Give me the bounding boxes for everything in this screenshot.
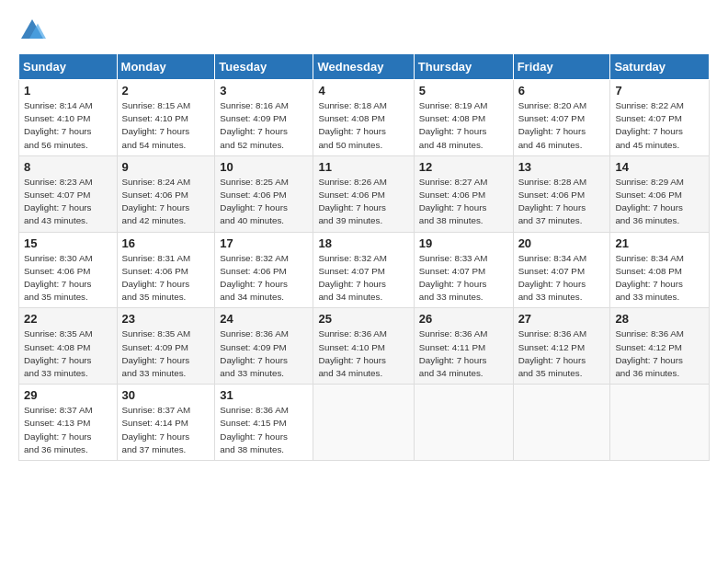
day-info: Sunrise: 8:28 AMSunset: 4:06 PMDaylight:… <box>518 176 606 228</box>
day-number: 3 <box>220 84 308 98</box>
day-cell: 16Sunrise: 8:31 AMSunset: 4:06 PMDayligh… <box>117 232 215 308</box>
day-cell: 20Sunrise: 8:34 AMSunset: 4:07 PMDayligh… <box>513 232 610 308</box>
day-info: Sunrise: 8:33 AMSunset: 4:07 PMDaylight:… <box>419 252 508 304</box>
day-cell: 15Sunrise: 8:30 AMSunset: 4:06 PMDayligh… <box>19 232 118 308</box>
day-info: Sunrise: 8:35 AMSunset: 4:08 PMDaylight:… <box>24 327 112 380</box>
week-row-4: 22Sunrise: 8:35 AMSunset: 4:08 PMDayligh… <box>19 308 710 385</box>
day-number: 29 <box>24 388 112 402</box>
day-number: 6 <box>518 84 606 98</box>
day-cell: 13Sunrise: 8:28 AMSunset: 4:06 PMDayligh… <box>513 155 610 232</box>
day-cell: 10Sunrise: 8:25 AMSunset: 4:06 PMDayligh… <box>215 155 313 232</box>
day-number: 31 <box>220 388 308 402</box>
day-cell: 9Sunrise: 8:24 AMSunset: 4:06 PMDaylight… <box>117 155 215 232</box>
week-row-3: 15Sunrise: 8:30 AMSunset: 4:06 PMDayligh… <box>19 232 710 308</box>
day-number: 26 <box>419 312 508 326</box>
day-number: 9 <box>122 160 210 174</box>
day-info: Sunrise: 8:32 AMSunset: 4:06 PMDaylight:… <box>220 252 308 304</box>
day-info: Sunrise: 8:36 AMSunset: 4:11 PMDaylight:… <box>419 327 508 380</box>
day-info: Sunrise: 8:36 AMSunset: 4:12 PMDaylight:… <box>518 327 606 380</box>
day-info: Sunrise: 8:36 AMSunset: 4:12 PMDaylight:… <box>615 327 704 380</box>
day-cell: 30Sunrise: 8:37 AMSunset: 4:14 PMDayligh… <box>117 385 215 461</box>
day-info: Sunrise: 8:14 AMSunset: 4:10 PMDaylight:… <box>24 99 112 152</box>
day-info: Sunrise: 8:19 AMSunset: 4:08 PMDaylight:… <box>419 99 508 152</box>
day-number: 20 <box>518 236 606 250</box>
day-cell: 17Sunrise: 8:32 AMSunset: 4:06 PMDayligh… <box>215 232 313 308</box>
day-number: 21 <box>615 236 704 250</box>
day-cell: 28Sunrise: 8:36 AMSunset: 4:12 PMDayligh… <box>610 308 710 385</box>
day-cell: 11Sunrise: 8:26 AMSunset: 4:06 PMDayligh… <box>313 155 414 232</box>
logo <box>18 17 50 44</box>
day-cell: 18Sunrise: 8:32 AMSunset: 4:07 PMDayligh… <box>313 232 414 308</box>
day-cell: 5Sunrise: 8:19 AMSunset: 4:08 PMDaylight… <box>414 80 513 156</box>
day-cell: 26Sunrise: 8:36 AMSunset: 4:11 PMDayligh… <box>414 308 513 385</box>
day-number: 12 <box>419 160 508 174</box>
week-row-5: 29Sunrise: 8:37 AMSunset: 4:13 PMDayligh… <box>19 385 710 461</box>
header <box>18 17 710 44</box>
day-number: 22 <box>24 312 112 326</box>
day-cell: 2Sunrise: 8:15 AMSunset: 4:10 PMDaylight… <box>117 80 215 156</box>
col-wednesday: Wednesday <box>313 54 414 80</box>
day-info: Sunrise: 8:37 AMSunset: 4:14 PMDaylight:… <box>122 404 210 456</box>
calendar-page: Sunday Monday Tuesday Wednesday Thursday… <box>0 0 728 563</box>
day-cell: 12Sunrise: 8:27 AMSunset: 4:06 PMDayligh… <box>414 155 513 232</box>
day-cell <box>610 385 710 461</box>
day-info: Sunrise: 8:27 AMSunset: 4:06 PMDaylight:… <box>419 176 508 228</box>
day-cell: 19Sunrise: 8:33 AMSunset: 4:07 PMDayligh… <box>414 232 513 308</box>
day-cell: 29Sunrise: 8:37 AMSunset: 4:13 PMDayligh… <box>19 385 118 461</box>
day-info: Sunrise: 8:32 AMSunset: 4:07 PMDaylight:… <box>318 252 408 304</box>
day-cell: 21Sunrise: 8:34 AMSunset: 4:08 PMDayligh… <box>610 232 710 308</box>
day-cell: 25Sunrise: 8:36 AMSunset: 4:10 PMDayligh… <box>313 308 414 385</box>
day-cell: 27Sunrise: 8:36 AMSunset: 4:12 PMDayligh… <box>513 308 610 385</box>
day-info: Sunrise: 8:36 AMSunset: 4:10 PMDaylight:… <box>318 327 408 380</box>
day-info: Sunrise: 8:36 AMSunset: 4:09 PMDaylight:… <box>220 327 308 380</box>
logo-icon <box>18 17 46 44</box>
day-number: 14 <box>615 160 704 174</box>
day-number: 25 <box>318 312 408 326</box>
day-info: Sunrise: 8:34 AMSunset: 4:07 PMDaylight:… <box>518 252 606 304</box>
day-info: Sunrise: 8:25 AMSunset: 4:06 PMDaylight:… <box>220 176 308 228</box>
day-info: Sunrise: 8:16 AMSunset: 4:09 PMDaylight:… <box>220 99 308 152</box>
day-number: 15 <box>24 236 112 250</box>
day-info: Sunrise: 8:23 AMSunset: 4:07 PMDaylight:… <box>24 176 112 228</box>
day-info: Sunrise: 8:36 AMSunset: 4:15 PMDaylight:… <box>220 404 308 456</box>
day-info: Sunrise: 8:34 AMSunset: 4:08 PMDaylight:… <box>615 252 704 304</box>
day-cell: 23Sunrise: 8:35 AMSunset: 4:09 PMDayligh… <box>117 308 215 385</box>
day-number: 4 <box>318 84 408 98</box>
day-number: 1 <box>24 84 112 98</box>
day-info: Sunrise: 8:37 AMSunset: 4:13 PMDaylight:… <box>24 404 112 456</box>
day-number: 28 <box>615 312 704 326</box>
day-cell: 14Sunrise: 8:29 AMSunset: 4:06 PMDayligh… <box>610 155 710 232</box>
day-cell: 7Sunrise: 8:22 AMSunset: 4:07 PMDaylight… <box>610 80 710 156</box>
day-info: Sunrise: 8:20 AMSunset: 4:07 PMDaylight:… <box>518 99 606 152</box>
day-number: 8 <box>24 160 112 174</box>
day-cell: 24Sunrise: 8:36 AMSunset: 4:09 PMDayligh… <box>215 308 313 385</box>
col-friday: Friday <box>513 54 610 80</box>
day-info: Sunrise: 8:26 AMSunset: 4:06 PMDaylight:… <box>318 176 408 228</box>
day-number: 16 <box>122 236 210 250</box>
col-saturday: Saturday <box>610 54 710 80</box>
col-tuesday: Tuesday <box>215 54 313 80</box>
day-info: Sunrise: 8:35 AMSunset: 4:09 PMDaylight:… <box>122 327 210 380</box>
day-info: Sunrise: 8:30 AMSunset: 4:06 PMDaylight:… <box>24 252 112 304</box>
day-number: 11 <box>318 160 408 174</box>
calendar-table: Sunday Monday Tuesday Wednesday Thursday… <box>18 53 710 461</box>
day-cell: 31Sunrise: 8:36 AMSunset: 4:15 PMDayligh… <box>215 385 313 461</box>
col-sunday: Sunday <box>19 54 118 80</box>
day-number: 19 <box>419 236 508 250</box>
day-cell <box>513 385 610 461</box>
day-number: 2 <box>122 84 210 98</box>
day-info: Sunrise: 8:31 AMSunset: 4:06 PMDaylight:… <box>122 252 210 304</box>
week-row-1: 1Sunrise: 8:14 AMSunset: 4:10 PMDaylight… <box>19 80 710 156</box>
day-number: 30 <box>122 388 210 402</box>
day-number: 18 <box>318 236 408 250</box>
header-row: Sunday Monday Tuesday Wednesday Thursday… <box>19 54 710 80</box>
week-row-2: 8Sunrise: 8:23 AMSunset: 4:07 PMDaylight… <box>19 155 710 232</box>
day-info: Sunrise: 8:24 AMSunset: 4:06 PMDaylight:… <box>122 176 210 228</box>
col-monday: Monday <box>117 54 215 80</box>
col-thursday: Thursday <box>414 54 513 80</box>
day-info: Sunrise: 8:18 AMSunset: 4:08 PMDaylight:… <box>318 99 408 152</box>
day-cell: 1Sunrise: 8:14 AMSunset: 4:10 PMDaylight… <box>19 80 118 156</box>
day-number: 24 <box>220 312 308 326</box>
day-cell: 3Sunrise: 8:16 AMSunset: 4:09 PMDaylight… <box>215 80 313 156</box>
day-number: 5 <box>419 84 508 98</box>
